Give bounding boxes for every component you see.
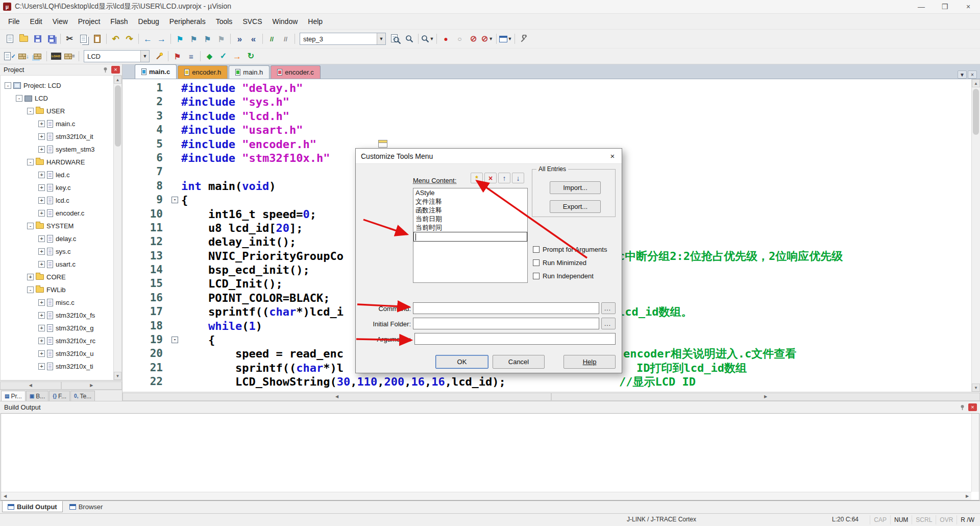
import-button[interactable]: Import... xyxy=(550,181,601,194)
tree-item-encoder-c[interactable]: +encoder.c xyxy=(1,207,113,220)
expand-toggle-icon[interactable]: + xyxy=(38,312,45,319)
copy-icon[interactable] xyxy=(77,33,90,45)
diamond-green-icon[interactable]: ◆ xyxy=(203,50,216,63)
tree-item-core[interactable]: +CORE xyxy=(1,271,113,283)
menu-project[interactable]: Project xyxy=(73,15,106,28)
tree-item-stm32f10x-g[interactable]: +stm32f10x_g xyxy=(1,322,113,334)
build-output-content[interactable]: ◀ ▶ xyxy=(1,413,979,500)
menu-content-list-item[interactable]: 当前时间 xyxy=(413,223,527,232)
expand-toggle-icon[interactable]: + xyxy=(38,121,45,127)
bp-toggle-icon[interactable]: ● xyxy=(439,33,453,45)
panel-tab-f[interactable]: {}F... xyxy=(49,391,70,401)
cancel-button[interactable]: Cancel xyxy=(493,355,545,369)
document-tab-encoder-c[interactable]: encoder.c xyxy=(271,65,320,79)
project-panel-close-button[interactable]: × xyxy=(111,66,120,74)
menu-file[interactable]: File xyxy=(3,15,25,28)
cut-icon[interactable]: ✂ xyxy=(63,33,77,45)
save-all-icon[interactable] xyxy=(44,33,58,45)
search-input[interactable]: step_3 xyxy=(300,35,377,43)
command-browse-button[interactable]: ... xyxy=(601,302,616,314)
checkbox-box[interactable] xyxy=(533,259,540,266)
close-button[interactable]: × xyxy=(957,0,980,13)
new-entry-input[interactable] xyxy=(413,232,527,242)
expand-toggle-icon[interactable]: + xyxy=(38,350,45,357)
tree-item-user[interactable]: -USER xyxy=(1,105,113,117)
bp-kill-icon[interactable]: ⊘▼ xyxy=(480,33,494,45)
tree-item-sys-c[interactable]: +sys.c xyxy=(1,245,113,258)
expand-toggle-icon[interactable]: + xyxy=(38,235,45,242)
expand-toggle-icon[interactable]: + xyxy=(38,325,45,331)
menu-content-list-item[interactable]: 当前日期 xyxy=(413,214,527,223)
expand-toggle-icon[interactable]: - xyxy=(27,286,34,293)
target-select-value[interactable]: LCD xyxy=(84,53,140,60)
arrow-orange-icon[interactable]: → xyxy=(230,50,244,63)
scroll-down-icon[interactable]: ▼ xyxy=(114,372,121,380)
build-output-vscrollbar[interactable] xyxy=(971,414,979,492)
tree-item-system[interactable]: -SYSTEM xyxy=(1,220,113,232)
expand-toggle-icon[interactable]: + xyxy=(27,274,34,280)
tree-item-project-lcd[interactable]: -Project: LCD xyxy=(1,79,113,92)
target-dropdown-button[interactable]: ▼ xyxy=(140,51,149,62)
tree-item-stm32f10x-u[interactable]: +stm32f10x_u xyxy=(1,347,113,360)
tree-item-delay-c[interactable]: +delay.c xyxy=(1,232,113,245)
bp-disable-icon[interactable]: ⊘ xyxy=(467,33,480,45)
menu-debug[interactable]: Debug xyxy=(133,15,164,28)
paste-icon[interactable] xyxy=(90,33,104,45)
expand-toggle-icon[interactable]: - xyxy=(27,108,34,114)
menu-svcs[interactable]: SVCS xyxy=(237,15,267,28)
tree-item-stm32f10x-ti[interactable]: +stm32f10x_ti xyxy=(1,360,113,373)
tab-scroll-down-icon[interactable]: ▼ xyxy=(958,70,967,79)
checkbox-run-independent[interactable]: Run Independent xyxy=(533,272,594,280)
build-icon[interactable]: ↓ xyxy=(17,50,31,63)
expand-toggle-icon[interactable]: + xyxy=(38,210,45,217)
expand-toggle-icon[interactable]: + xyxy=(38,146,45,153)
scroll-left-icon[interactable]: ◀ xyxy=(122,393,551,401)
bookmark-next-icon[interactable]: ⚑ xyxy=(201,33,214,45)
menu-tools[interactable]: Tools xyxy=(211,15,238,28)
menu-content-list-item[interactable]: 文件注释 xyxy=(413,197,527,206)
tree-item-stm32f10x-rc[interactable]: +stm32f10x_rc xyxy=(1,334,113,347)
menu-content-list-item[interactable]: AStyle xyxy=(413,188,527,197)
bookmark-prev-icon[interactable]: ⚑ xyxy=(187,33,201,45)
save-icon[interactable] xyxy=(31,33,44,45)
scroll-up-icon[interactable]: ▲ xyxy=(114,76,121,84)
open-folder-icon[interactable] xyxy=(17,33,31,45)
scroll-up-icon[interactable]: ▲ xyxy=(972,79,980,87)
tree-item-led-c[interactable]: +led.c xyxy=(1,169,113,181)
expand-toggle-icon[interactable]: + xyxy=(38,197,45,204)
expand-toggle-icon[interactable]: - xyxy=(27,159,34,165)
document-tab-encoder-h[interactable]: encoder.h xyxy=(178,65,228,79)
indent-more-icon[interactable]: » xyxy=(233,33,247,45)
expand-toggle-icon[interactable]: - xyxy=(27,223,34,229)
tree-item-usart-c[interactable]: +usart.c xyxy=(1,258,113,271)
expand-toggle-icon[interactable]: + xyxy=(38,338,45,344)
menu-content-list-item[interactable]: 函数注释 xyxy=(413,206,527,214)
fold-toggle-icon[interactable]: - xyxy=(172,197,178,203)
dialog-close-button[interactable]: × xyxy=(603,149,622,164)
help-button[interactable]: Help xyxy=(564,355,616,369)
menu-flash[interactable]: Flash xyxy=(105,15,133,28)
flag-red-icon[interactable]: ⚑ xyxy=(170,50,184,63)
move-up-icon[interactable]: ↑ xyxy=(498,173,510,183)
tree-item-misc-c[interactable]: +misc.c xyxy=(1,296,113,309)
debug-windows-dd-icon[interactable]: ▼ xyxy=(499,33,512,45)
expand-toggle-icon[interactable]: + xyxy=(38,261,45,268)
bp-clear-icon[interactable]: ○ xyxy=(453,33,467,45)
initial-folder-input[interactable] xyxy=(413,318,599,329)
tree-item-system-stm3[interactable]: +system_stm3 xyxy=(1,143,113,156)
tab-close-icon[interactable]: × xyxy=(968,70,977,79)
expand-toggle-icon[interactable]: - xyxy=(5,82,11,89)
new-entry-icon[interactable]: * xyxy=(471,173,483,183)
delete-entry-icon[interactable]: × xyxy=(484,173,497,183)
nav-back-icon[interactable]: ← xyxy=(141,33,155,45)
rebuild-icon[interactable] xyxy=(31,50,44,63)
scrollbar-thumb[interactable] xyxy=(115,85,121,147)
tree-item-main-c[interactable]: +main.c xyxy=(1,117,113,130)
scroll-right-icon[interactable]: ▶ xyxy=(963,493,971,500)
project-hscrollbar[interactable]: ◀ ▶ xyxy=(0,380,122,390)
panel-tab-b[interactable]: ▣B... xyxy=(26,391,48,401)
tree-item-hardware[interactable]: -HARDWARE xyxy=(1,156,113,169)
sync-green-icon[interactable]: ↻ xyxy=(244,50,258,63)
undo-icon[interactable]: ↶ xyxy=(109,33,122,45)
scroll-down-icon[interactable]: ▼ xyxy=(972,384,980,392)
